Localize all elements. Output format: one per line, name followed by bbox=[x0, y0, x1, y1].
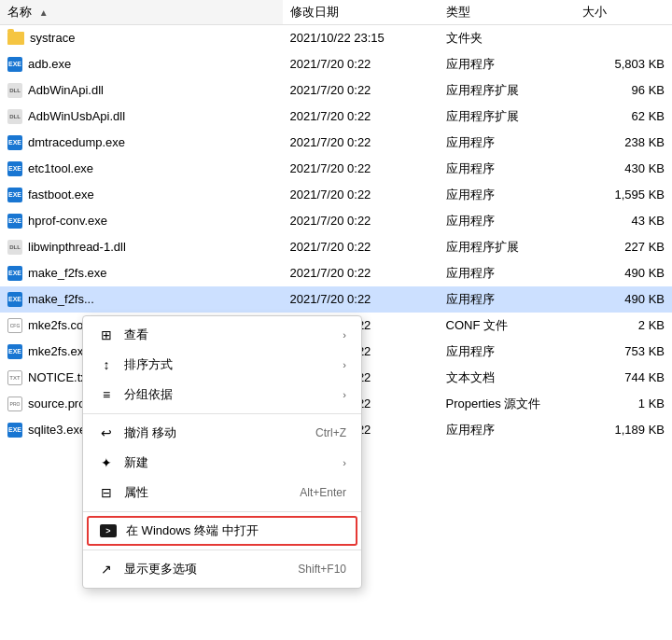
file-size: 96 KB bbox=[575, 77, 672, 104]
file-date: 2021/7/20 0:22 bbox=[283, 51, 439, 77]
file-date: 2021/10/22 23:15 bbox=[283, 25, 439, 51]
file-size: 238 KB bbox=[575, 130, 672, 156]
ctx-arrow-view: › bbox=[343, 329, 346, 341]
table-row[interactable]: EXE fastboot.exe 2021/7/20 0:22 应用程序 1,5… bbox=[0, 182, 672, 208]
file-name-cell: EXE dmtracedump.exe bbox=[0, 130, 283, 156]
file-type: 文本文档 bbox=[439, 365, 575, 391]
file-type: 应用程序 bbox=[439, 286, 575, 313]
file-size: 430 KB bbox=[575, 156, 672, 182]
table-row[interactable]: EXE hprof-conv.exe 2021/7/20 0:22 应用程序 4… bbox=[0, 208, 672, 234]
exe-icon: EXE bbox=[7, 344, 22, 359]
file-type: 应用程序扩展 bbox=[439, 104, 575, 130]
ctx-shortcut-undo: Ctrl+Z bbox=[315, 426, 346, 439]
file-type: 应用程序 bbox=[439, 260, 575, 286]
dll-icon: DLL bbox=[7, 109, 22, 124]
file-type: 应用程序 bbox=[439, 130, 575, 156]
ctx-arrow-new: › bbox=[343, 457, 346, 468]
file-size: 1,595 KB bbox=[575, 182, 672, 208]
file-date: 2021/7/20 0:22 bbox=[283, 104, 439, 130]
file-size: 753 KB bbox=[575, 339, 672, 365]
ctx-shortcut-properties: Alt+Enter bbox=[300, 486, 346, 499]
file-type: 应用程序扩展 bbox=[439, 234, 575, 260]
file-size: 1,189 KB bbox=[575, 417, 672, 443]
file-name-cell: DLL AdbWinApi.dll bbox=[0, 77, 283, 104]
ctx-label-group: 分组依据 bbox=[124, 386, 333, 403]
folder-icon bbox=[7, 32, 24, 45]
more-icon: ↗ bbox=[98, 561, 115, 577]
ctx-item-group[interactable]: ≡分组依据› bbox=[83, 380, 361, 410]
file-name-cell: DLL libwinpthread-1.dll bbox=[0, 234, 283, 260]
file-type: Properties 源文件 bbox=[439, 391, 575, 417]
exe-icon: EXE bbox=[7, 214, 22, 229]
grid-icon: ⊞ bbox=[98, 327, 115, 343]
file-date: 2021/7/20 0:22 bbox=[283, 182, 439, 208]
context-menu-divider bbox=[83, 511, 361, 512]
file-size: 5,803 KB bbox=[575, 51, 672, 77]
file-date: 2021/7/20 0:22 bbox=[283, 234, 439, 260]
file-name-cell: EXE adb.exe bbox=[0, 51, 283, 77]
conf-icon: CFG bbox=[7, 318, 22, 333]
prop-icon: PRO bbox=[7, 397, 22, 411]
ctx-shortcut-more: Shift+F10 bbox=[298, 563, 346, 576]
sort-arrow-icon: ▲ bbox=[39, 7, 49, 18]
exe-icon: EXE bbox=[7, 161, 22, 176]
table-row[interactable]: DLL AdbWinApi.dll 2021/7/20 0:22 应用程序扩展 … bbox=[0, 77, 672, 104]
file-size: 62 KB bbox=[575, 104, 672, 130]
file-type: 应用程序 bbox=[439, 182, 575, 208]
file-name-cell: systrace bbox=[0, 25, 283, 51]
table-row[interactable]: systrace 2021/10/22 23:15 文件夹 bbox=[0, 25, 672, 51]
table-row[interactable]: DLL AdbWinUsbApi.dll 2021/7/20 0:22 应用程序… bbox=[0, 104, 672, 130]
file-size: 490 KB bbox=[575, 260, 672, 286]
ctx-item-terminal[interactable]: 在 Windows 终端 中打开 bbox=[87, 516, 357, 546]
exe-icon: EXE bbox=[7, 135, 22, 150]
ctx-item-properties[interactable]: ⊟属性Alt+Enter bbox=[83, 478, 361, 508]
props-icon: ⊟ bbox=[98, 484, 115, 501]
file-size: 2 KB bbox=[575, 313, 672, 339]
file-size: 1 KB bbox=[575, 391, 672, 417]
col-header-date[interactable]: 修改日期 bbox=[283, 0, 439, 25]
context-menu-divider bbox=[83, 413, 361, 414]
ctx-arrow-sort: › bbox=[343, 359, 346, 370]
file-date: 2021/7/20 0:22 bbox=[283, 208, 439, 234]
table-row[interactable]: EXE adb.exe 2021/7/20 0:22 应用程序 5,803 KB bbox=[0, 51, 672, 77]
ctx-item-more[interactable]: ↗显示更多选项Shift+F10 bbox=[83, 554, 361, 584]
file-name-cell: EXE make_f2fs.exe bbox=[0, 260, 283, 286]
file-type: 应用程序扩展 bbox=[439, 77, 575, 104]
dll-icon: DLL bbox=[7, 240, 22, 255]
col-header-size[interactable]: 大小 bbox=[575, 0, 672, 25]
exe-icon: EXE bbox=[7, 188, 22, 202]
exe-icon: EXE bbox=[7, 292, 22, 307]
ctx-label-sort: 排序方式 bbox=[124, 356, 333, 373]
undo-icon: ↩ bbox=[98, 424, 115, 441]
ctx-item-undo[interactable]: ↩撤消 移动Ctrl+Z bbox=[83, 418, 361, 448]
table-row[interactable]: EXE dmtracedump.exe 2021/7/20 0:22 应用程序 … bbox=[0, 130, 672, 156]
new-icon: ✦ bbox=[98, 454, 115, 471]
file-date: 2021/7/20 0:22 bbox=[283, 130, 439, 156]
file-size bbox=[575, 25, 672, 51]
context-menu: ⊞查看›↕排序方式›≡分组依据›↩撤消 移动Ctrl+Z✦新建›⊟属性Alt+E… bbox=[82, 315, 362, 589]
ctx-label-undo: 撤消 移动 bbox=[124, 424, 306, 441]
table-row[interactable]: EXE make_f2fs.exe 2021/7/20 0:22 应用程序 49… bbox=[0, 260, 672, 286]
ctx-arrow-group: › bbox=[343, 389, 346, 400]
file-type: 应用程序 bbox=[439, 51, 575, 77]
col-header-name[interactable]: 名称 ▲ bbox=[0, 0, 283, 25]
table-row[interactable]: DLL libwinpthread-1.dll 2021/7/20 0:22 应… bbox=[0, 234, 672, 260]
ctx-item-new[interactable]: ✦新建› bbox=[83, 448, 361, 478]
file-size: 490 KB bbox=[575, 286, 672, 313]
col-header-type[interactable]: 类型 bbox=[439, 0, 575, 25]
ctx-label-more: 显示更多选项 bbox=[124, 561, 288, 577]
table-row[interactable]: EXE make_f2fs... 2021/7/20 0:22 应用程序 490… bbox=[0, 286, 672, 313]
file-type: 应用程序 bbox=[439, 339, 575, 365]
ctx-item-view[interactable]: ⊞查看› bbox=[83, 320, 361, 350]
ctx-item-sort[interactable]: ↕排序方式› bbox=[83, 350, 361, 380]
file-size: 744 KB bbox=[575, 365, 672, 391]
file-date: 2021/7/20 0:22 bbox=[283, 77, 439, 104]
ctx-label-view: 查看 bbox=[124, 327, 333, 343]
file-type: 应用程序 bbox=[439, 208, 575, 234]
table-row[interactable]: EXE etc1tool.exe 2021/7/20 0:22 应用程序 430… bbox=[0, 156, 672, 182]
exe-icon: EXE bbox=[7, 266, 22, 281]
ctx-label-properties: 属性 bbox=[124, 484, 290, 501]
file-type: 文件夹 bbox=[439, 25, 575, 51]
file-name-cell: EXE etc1tool.exe bbox=[0, 156, 283, 182]
exe-icon: EXE bbox=[7, 57, 22, 72]
